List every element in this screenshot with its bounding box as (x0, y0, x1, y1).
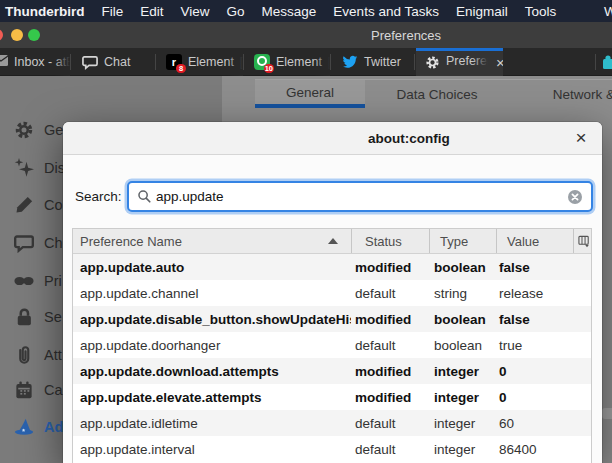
dialog-title: about:config (368, 122, 450, 155)
tab-preferences-active[interactable]: Preferen × (416, 48, 503, 76)
calendar-icon (14, 380, 34, 400)
column-header-preference-name[interactable]: Preference Name (73, 229, 351, 253)
sparkles-icon (14, 158, 34, 178)
column-header-label: Type (440, 234, 468, 249)
tab-divider (595, 54, 596, 70)
tab-label-fade (54, 48, 70, 76)
lock-icon (14, 307, 34, 327)
table-row[interactable]: app.update.automodifiedbooleanfalse (73, 254, 591, 280)
active-tab-accent (416, 48, 503, 51)
about-config-dialog: about:config × Search: Preference Name S… (63, 122, 602, 463)
element-dark-icon: r 8 (166, 54, 182, 70)
puzzle-icon (600, 54, 612, 70)
table-row[interactable]: app.update.idletimedefaultinteger60 (73, 410, 591, 436)
tab-chat[interactable]: Chat (72, 48, 155, 76)
column-picker-button[interactable] (573, 229, 591, 253)
element-green-icon: 10 (254, 54, 270, 70)
dialog-header: about:config × (63, 122, 602, 155)
tab-divider (330, 54, 331, 70)
tab-label: Chat (104, 55, 130, 69)
menu-bar: Thunderbird File Edit View Go Message Ev… (0, 0, 612, 22)
window-title: Preferences (371, 22, 441, 48)
sidebar-item-label: Ge (44, 122, 63, 138)
gear-icon (14, 120, 34, 140)
tab-label-fade (472, 54, 488, 70)
tab-label-fade (314, 48, 330, 76)
table-row[interactable]: app.update.download.attemptsmodifiedinte… (73, 358, 591, 384)
tab-addon[interactable] (600, 48, 612, 76)
tab-divider (70, 54, 71, 70)
column-picker-icon (578, 235, 591, 248)
menu-item-enigmail[interactable]: Enigmail (456, 4, 508, 19)
table-row[interactable]: app.update.intervaldefaultinteger86400 (73, 436, 591, 462)
tab-data-choices[interactable]: Data Choices (365, 80, 509, 108)
tab-divider (155, 54, 156, 70)
wizard-hat-icon (14, 417, 34, 437)
chat-bubble-icon (14, 233, 34, 253)
menu-item-events-and-tasks[interactable]: Events and Tasks (333, 4, 439, 19)
tab-network[interactable]: Network & (509, 80, 612, 108)
minimize-window-button[interactable] (11, 29, 23, 41)
unread-badge: 8 (176, 64, 186, 73)
mail-icon (0, 55, 10, 71)
column-header-label: Status (365, 234, 402, 249)
close-dialog-icon[interactable]: × (568, 125, 594, 151)
twitter-icon (342, 54, 358, 70)
menu-item-tools[interactable]: Tools (525, 4, 557, 19)
tab-label-fade (227, 48, 243, 76)
sidebar-item-label: Dis (44, 160, 65, 176)
search-label: Search: (75, 183, 122, 210)
tab-divider (243, 54, 244, 70)
close-window-button[interactable] (0, 29, 3, 41)
dimmed-scrollbar-artifact (602, 408, 612, 419)
sidebar-item-label: Se (44, 309, 62, 325)
preferences-category-tabs: General Data Choices Network & (255, 79, 612, 108)
menu-item-window-clipped[interactable]: W (604, 0, 612, 22)
pencil-icon (14, 195, 34, 215)
column-header-value[interactable]: Value (496, 229, 573, 253)
preferences-table: Preference Name Status Type Value app.up… (72, 228, 592, 463)
sidebar-item-label: Pri (44, 273, 62, 289)
menu-item-message[interactable]: Message (262, 4, 317, 19)
sidebar-item-label: Ad (44, 419, 63, 435)
sidebar-item-label: Ch (44, 235, 63, 251)
column-header-label: Value (507, 234, 539, 249)
search-input[interactable] (152, 189, 567, 204)
sort-ascending-icon (328, 238, 338, 244)
menu-item-file[interactable]: File (102, 4, 124, 19)
sidebar-item-label: Ca (44, 382, 63, 398)
tab-element-8[interactable]: r 8 Element [8] (157, 48, 243, 76)
mask-icon (14, 271, 34, 291)
menu-item-edit[interactable]: Edit (140, 4, 163, 19)
table-row[interactable]: app.update.doorhangerdefaultbooleantrue (73, 332, 591, 358)
menu-item-thunderbird[interactable]: Thunderbird (5, 4, 85, 19)
table-row[interactable]: app.update.elevate.attemptsmodifiedinteg… (73, 384, 591, 410)
table-row[interactable]: app.update.disable_button.showUpdateHis.… (73, 306, 591, 332)
column-header-type[interactable]: Type (429, 229, 496, 253)
gear-icon (425, 55, 440, 70)
menu-item-go[interactable]: Go (227, 4, 245, 19)
table-row[interactable]: app.update.channeldefaultstringrelease (73, 280, 591, 306)
sidebar-item-label: Co (44, 197, 63, 213)
search-box (127, 181, 593, 212)
clear-search-icon[interactable] (567, 189, 583, 205)
column-header-status[interactable]: Status (351, 229, 429, 253)
window-title-bar: Preferences (0, 22, 612, 48)
paperclip-icon (14, 345, 34, 365)
menu-item-view[interactable]: View (181, 4, 210, 19)
tab-divider (414, 54, 415, 70)
chat-icon (82, 54, 98, 70)
table-header-row: Preference Name Status Type Value (73, 229, 591, 254)
tab-general[interactable]: General (255, 80, 365, 108)
tab-twitter[interactable]: Twitter (332, 48, 414, 76)
sidebar-item-label: Att (44, 347, 62, 363)
unread-badge: 10 (264, 64, 274, 73)
tab-strip: Inbox - atE Chat r 8 Element [8] (0, 48, 612, 76)
screen: Thunderbird File Edit View Go Message Ev… (0, 0, 612, 463)
column-header-label: Preference Name (80, 234, 182, 249)
zoom-window-button[interactable] (28, 29, 40, 41)
close-tab-icon[interactable]: × (496, 55, 503, 70)
search-icon (137, 189, 152, 204)
tab-element-10[interactable]: 10 Element [10 (245, 48, 330, 76)
tab-inbox[interactable]: Inbox - atE (0, 48, 70, 76)
